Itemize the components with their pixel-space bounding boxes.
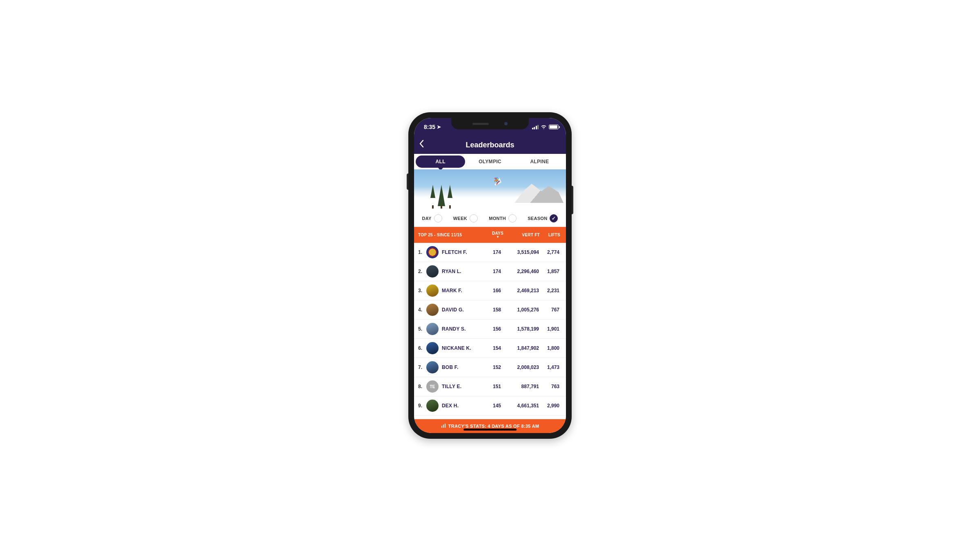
- filter-day[interactable]: DAY: [422, 214, 442, 222]
- avatar: [426, 284, 439, 297]
- vert-value: 2,008,023: [507, 364, 539, 370]
- avatar: [426, 265, 439, 278]
- days-value: 166: [487, 288, 507, 293]
- rank: 6.: [418, 345, 425, 351]
- tab-alpine[interactable]: ALPINE: [515, 156, 564, 168]
- user-name: DAVID G.: [442, 307, 487, 313]
- vert-value: 2,469,213: [507, 288, 539, 293]
- avatar: [426, 323, 439, 335]
- user-name: BOB F.: [442, 364, 487, 370]
- lifts-value: 1,857: [539, 269, 559, 274]
- location-icon: ➤: [437, 124, 441, 130]
- status-time: 8:35: [424, 124, 435, 130]
- avatar: [426, 246, 439, 258]
- filter-label: SEASON: [528, 216, 547, 221]
- svg-rect-2: [445, 424, 445, 428]
- table-title: TOP 25 - SINCE 11/15: [418, 233, 488, 237]
- rank: 5.: [418, 326, 425, 332]
- cellular-icon: [532, 125, 539, 129]
- page-title: Leaderboards: [466, 141, 514, 149]
- avatar: [426, 400, 439, 412]
- col-vert[interactable]: VERT FT: [508, 233, 540, 237]
- col-days[interactable]: DAYS▼: [488, 231, 508, 239]
- filter-season[interactable]: SEASON✓: [528, 214, 558, 222]
- vert-value: 887,791: [507, 384, 539, 389]
- screen: 8:35 ➤ Leaderboards ALLOLYMPICALPINE: [414, 118, 566, 433]
- avatar: [426, 304, 439, 316]
- lifts-value: 2,990: [539, 403, 559, 409]
- leaderboard-row[interactable]: 4.DAVID G.1581,005,276767: [414, 300, 566, 320]
- my-stats-bar[interactable]: TRACY'S STATS: 4 DAYS AS OF 8:35 AM: [414, 419, 566, 433]
- radio-icon: [470, 214, 478, 222]
- days-value: 145: [487, 403, 507, 409]
- filter-month[interactable]: MONTH: [489, 214, 517, 222]
- leaderboard-list[interactable]: 1.FLETCH F.1743,515,0942,7742.RYAN L.174…: [414, 243, 566, 419]
- lifts-value: 2,774: [539, 249, 559, 255]
- filter-label: MONTH: [489, 216, 506, 221]
- rank: 8.: [418, 384, 425, 389]
- radio-checked-icon: ✓: [550, 214, 558, 222]
- lifts-value: 763: [539, 384, 559, 389]
- days-value: 174: [487, 269, 507, 274]
- skier-icon: 🏂: [492, 176, 502, 186]
- filter-label: WEEK: [453, 216, 467, 221]
- vert-value: 2,296,460: [507, 269, 539, 274]
- filter-week[interactable]: WEEK: [453, 214, 478, 222]
- user-name: TILLY E.: [442, 384, 487, 389]
- lifts-value: 1,800: [539, 345, 559, 351]
- leaderboard-row[interactable]: 3.MARK F.1662,469,2132,231: [414, 281, 566, 300]
- back-button[interactable]: [419, 140, 424, 150]
- notch: [451, 118, 529, 129]
- category-tabs: ALLOLYMPICALPINE: [414, 154, 566, 169]
- vert-value: 1,578,199: [507, 326, 539, 332]
- rank: 7.: [418, 364, 425, 370]
- rank: 1.: [418, 249, 425, 255]
- radio-icon: [508, 214, 517, 222]
- user-name: MARK F.: [442, 288, 487, 293]
- days-value: 156: [487, 326, 507, 332]
- vert-value: 3,515,094: [507, 249, 539, 255]
- phone-frame: 8:35 ➤ Leaderboards ALLOLYMPICALPINE: [408, 112, 572, 439]
- lifts-value: 2,231: [539, 288, 559, 293]
- time-filters: DAYWEEKMONTHSEASON✓: [414, 210, 566, 227]
- leaderboard-row[interactable]: 2.RYAN L.1742,296,4601,857: [414, 262, 566, 281]
- leaderboard-row[interactable]: 1.FLETCH F.1743,515,0942,774: [414, 243, 566, 262]
- col-lifts[interactable]: LIFTS: [540, 233, 560, 237]
- avatar: [426, 361, 439, 373]
- user-name: RANDY S.: [442, 326, 487, 332]
- days-value: 152: [487, 364, 507, 370]
- leaderboard-row[interactable]: 5.RANDY S.1561,578,1991,901: [414, 320, 566, 339]
- leaderboard-row[interactable]: 9.DEX H.1454,661,3512,990: [414, 396, 566, 415]
- my-stats-text: TRACY'S STATS: 4 DAYS AS OF 8:35 AM: [448, 424, 539, 429]
- table-header: TOP 25 - SINCE 11/15 DAYS▼ VERT FT LIFTS: [414, 227, 566, 243]
- vert-value: 1,847,902: [507, 345, 539, 351]
- sort-indicator-icon: ▼: [488, 235, 508, 239]
- avatar: TE: [426, 380, 439, 393]
- days-value: 151: [487, 384, 507, 389]
- lifts-value: 767: [539, 307, 559, 313]
- radio-icon: [434, 214, 442, 222]
- avatar: [426, 342, 439, 354]
- user-name: NICKANE K.: [442, 345, 487, 351]
- tab-all[interactable]: ALL: [416, 156, 465, 168]
- user-name: FLETCH F.: [442, 249, 487, 255]
- user-name: RYAN L.: [442, 269, 487, 274]
- user-name: DEX H.: [442, 403, 487, 409]
- vert-value: 1,005,276: [507, 307, 539, 313]
- wifi-icon: [541, 124, 547, 130]
- filter-label: DAY: [422, 216, 432, 221]
- days-value: 154: [487, 345, 507, 351]
- home-indicator[interactable]: [463, 429, 517, 431]
- svg-rect-0: [441, 426, 442, 428]
- leaderboard-row[interactable]: 6.NICKANE K.1541,847,9021,800: [414, 339, 566, 358]
- leaderboard-row[interactable]: 7.BOB F.1522,008,0231,473: [414, 358, 566, 377]
- rank: 2.: [418, 269, 425, 274]
- leaderboard-row[interactable]: 8.TETILLY E.151887,791763: [414, 377, 566, 396]
- tab-olympic[interactable]: OLYMPIC: [465, 156, 514, 168]
- days-value: 174: [487, 249, 507, 255]
- nav-bar: Leaderboards: [414, 136, 566, 154]
- vert-value: 4,661,351: [507, 403, 539, 409]
- rank: 3.: [418, 288, 425, 293]
- battery-icon: [549, 124, 559, 129]
- svg-rect-1: [443, 424, 444, 428]
